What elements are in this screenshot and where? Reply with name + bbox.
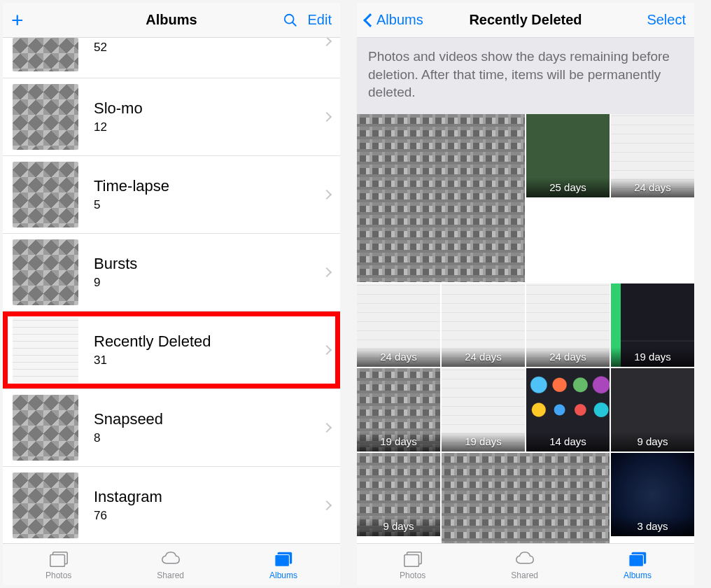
chevron-right-icon <box>322 112 332 122</box>
album-count: 31 <box>94 354 323 368</box>
album-meta: 52 <box>94 38 323 55</box>
add-album-button[interactable]: + <box>11 10 24 31</box>
photo-thumbnail[interactable]: 9 days <box>357 453 440 536</box>
tabbar: Photos Shared Albums <box>3 543 340 585</box>
deleted-content: Photos and videos show the days remainin… <box>357 38 694 543</box>
svg-line-1 <box>292 22 296 26</box>
photo-thumbnail[interactable]: 3 days <box>611 453 694 536</box>
album-thumbnail <box>13 38 78 71</box>
album-thumbnail <box>13 84 78 150</box>
days-remaining-label: 24 days <box>526 347 610 367</box>
svg-rect-7 <box>404 554 418 566</box>
tab-photos-label: Photos <box>45 570 71 580</box>
photo-grid[interactable]: 25 days24 days24 days24 days24 days19 da… <box>357 114 694 543</box>
tab-albums-label: Albums <box>269 570 297 580</box>
days-remaining-label: 19 days <box>442 432 525 451</box>
album-count: 8 <box>94 431 323 445</box>
album-row[interactable]: 52 <box>3 38 340 78</box>
album-meta: Instagram76 <box>94 488 323 523</box>
chevron-right-icon <box>322 500 332 510</box>
album-thumbnail <box>13 162 78 227</box>
photo-thumbnail[interactable]: 24 days <box>442 284 525 367</box>
album-count: 76 <box>94 509 323 523</box>
photo-thumbnail[interactable]: 24 days <box>611 114 694 197</box>
chevron-right-icon <box>322 345 332 355</box>
select-button[interactable]: Select <box>647 12 686 28</box>
albums-list-container: osxdaily.com 52Slo-mo12Time-lapse5Bursts… <box>3 38 340 543</box>
photo-thumbnail[interactable]: 19 days <box>611 284 694 367</box>
search-icon[interactable] <box>283 13 298 28</box>
album-thumbnail <box>13 395 78 461</box>
albums-list[interactable]: 52Slo-mo12Time-lapse5Bursts9Recently Del… <box>3 38 340 543</box>
edit-button[interactable]: Edit <box>308 12 332 28</box>
album-thumbnail <box>13 317 78 383</box>
svg-point-0 <box>284 14 293 23</box>
phone-recently-deleted: Albums Recently Deleted Select Photos an… <box>357 3 694 585</box>
album-meta: Snapseed8 <box>94 410 323 445</box>
album-name: Recently Deleted <box>94 332 323 351</box>
album-name: Time-lapse <box>94 177 323 195</box>
photo-thumbnail[interactable]: 9 days <box>611 368 694 451</box>
album-name: Snapseed <box>94 410 323 428</box>
album-name: Slo-mo <box>94 99 323 118</box>
chevron-right-icon <box>322 423 332 433</box>
days-remaining-label: 24 days <box>442 347 525 367</box>
chevron-right-icon <box>322 38 332 46</box>
days-remaining-label: 14 days <box>526 432 610 451</box>
album-meta: Bursts9 <box>94 255 323 290</box>
chevron-right-icon <box>322 190 332 200</box>
tab-shared[interactable]: Shared <box>511 550 538 580</box>
navbar-albums: + Albums Edit <box>3 3 340 38</box>
album-row[interactable]: Recently Deleted31 <box>3 312 340 389</box>
tabbar: Photos Shared Albums <box>357 543 694 585</box>
album-row[interactable]: Bursts9 <box>3 234 340 312</box>
photo-thumbnail[interactable] <box>357 114 525 282</box>
tab-shared[interactable]: Shared <box>157 550 184 580</box>
album-meta: Slo-mo12 <box>94 99 323 134</box>
svg-rect-9 <box>629 554 644 566</box>
days-remaining-label: 9 days <box>611 432 694 451</box>
photo-thumbnail[interactable]: 24 days <box>526 284 610 367</box>
album-thumbnail <box>13 472 78 538</box>
chevron-left-icon <box>363 13 377 27</box>
album-row[interactable]: Snapseed8 <box>3 389 340 467</box>
navbar-deleted: Albums Recently Deleted Select <box>357 3 694 38</box>
days-remaining-label: 25 days <box>526 178 610 197</box>
back-button[interactable]: Albums <box>365 12 423 28</box>
album-meta: Time-lapse5 <box>94 177 323 212</box>
days-remaining-label: 9 days <box>357 517 440 536</box>
photo-thumbnail[interactable]: 19 days <box>357 368 440 451</box>
chevron-right-icon <box>322 267 332 277</box>
tab-albums[interactable]: Albums <box>624 550 652 580</box>
svg-rect-5 <box>275 554 290 566</box>
days-remaining-label: 19 days <box>357 432 440 451</box>
days-remaining-label: 24 days <box>357 347 440 367</box>
tab-photos[interactable]: Photos <box>45 550 71 580</box>
album-count: 5 <box>94 198 323 212</box>
photo-thumbnail[interactable]: 19 days <box>442 368 525 451</box>
info-banner: Photos and videos show the days remainin… <box>357 38 694 114</box>
tab-shared-label: Shared <box>511 570 538 580</box>
svg-rect-3 <box>50 554 64 566</box>
days-remaining-label: 24 days <box>611 178 694 197</box>
tab-shared-label: Shared <box>157 570 184 580</box>
album-thumbnail <box>13 239 78 305</box>
tab-photos[interactable]: Photos <box>400 550 425 580</box>
album-meta: Recently Deleted31 <box>94 332 323 368</box>
photo-thumbnail[interactable]: 25 days <box>526 114 610 197</box>
album-count: 12 <box>94 120 323 134</box>
photo-thumbnail[interactable] <box>442 453 610 543</box>
photo-thumbnail[interactable]: 24 days <box>357 284 440 367</box>
album-row[interactable]: Slo-mo12 <box>3 78 340 156</box>
album-row[interactable]: Time-lapse5 <box>3 156 340 234</box>
album-count: 52 <box>94 41 323 55</box>
album-name: Bursts <box>94 255 323 273</box>
album-count: 9 <box>94 276 323 290</box>
album-row[interactable]: Instagram76 <box>3 467 340 543</box>
photo-thumbnail[interactable]: 14 days <box>526 368 610 451</box>
tab-albums[interactable]: Albums <box>269 550 297 580</box>
days-remaining-label: 19 days <box>611 347 694 367</box>
phone-albums: + Albums Edit osxdaily.com 52Slo-mo12Tim… <box>3 3 340 585</box>
back-label: Albums <box>376 12 423 28</box>
days-remaining-label: 3 days <box>611 517 694 536</box>
